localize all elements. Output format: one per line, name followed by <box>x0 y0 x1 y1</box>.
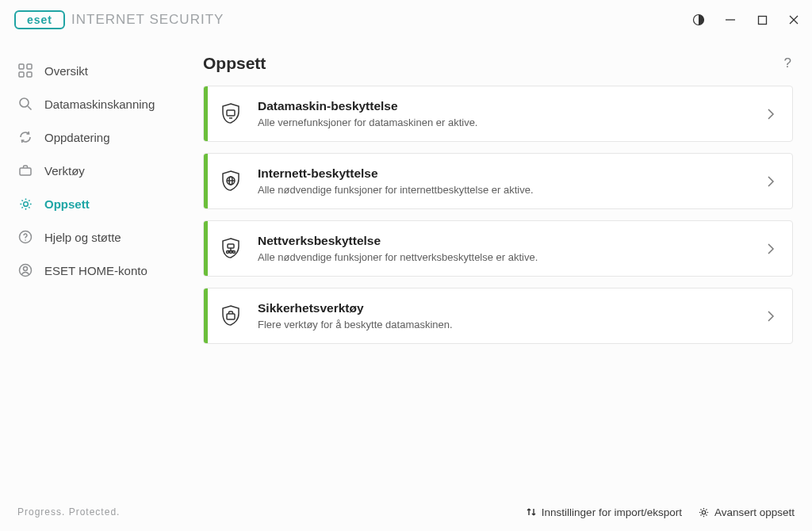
card-title: Datamaskin-beskyttelse <box>258 99 756 113</box>
svg-point-9 <box>20 98 29 107</box>
svg-rect-22 <box>228 244 234 248</box>
svg-rect-7 <box>19 72 24 77</box>
sidebar-item-label: ESET HOME-konto <box>44 264 147 277</box>
footer-tagline: Progress. Protected. <box>17 506 120 518</box>
minimize-button[interactable] <box>723 13 737 27</box>
user-icon <box>17 262 33 278</box>
svg-rect-11 <box>20 168 31 175</box>
sidebar-item-label: Oppsett <box>44 197 90 211</box>
sidebar-item-setup[interactable]: Oppsett <box>0 187 198 220</box>
import-export-label: Innstillinger for import/eksport <box>542 506 682 518</box>
chevron-right-icon <box>756 309 776 323</box>
card-subtitle: Alle nødvendige funksjoner for nettverks… <box>258 251 756 263</box>
import-export-link[interactable]: Innstillinger for import/eksport <box>526 506 682 518</box>
card-network-protection[interactable]: Nettverksbeskyttelse Alle nødvendige fun… <box>203 220 793 277</box>
main-content: Oppsett ? Datamaskin-beskyttelse Alle ve… <box>198 40 812 493</box>
card-subtitle: Alle vernefunksjoner for datamaskinen er… <box>258 117 756 128</box>
help-icon <box>17 229 33 245</box>
svg-rect-28 <box>227 314 235 319</box>
help-button[interactable]: ? <box>784 55 793 71</box>
sidebar-item-label: Oversikt <box>44 64 88 78</box>
chevron-right-icon <box>756 174 776 189</box>
shield-tools-icon <box>204 304 258 329</box>
shield-globe-icon <box>204 169 258 194</box>
card-body: Nettverksbeskyttelse Alle nødvendige fun… <box>258 234 756 263</box>
brand: eset INTERNET SECURITY <box>14 10 224 29</box>
sidebar-item-label: Datamaskinskanning <box>44 97 155 111</box>
app-window: eset INTERNET SECURITY <box>0 0 812 531</box>
card-title: Nettverksbeskyttelse <box>258 234 756 248</box>
svg-rect-8 <box>27 72 32 77</box>
shield-network-icon <box>204 236 258 262</box>
svg-rect-6 <box>27 64 32 69</box>
card-subtitle: Alle nødvendige funksjoner for internett… <box>258 184 756 196</box>
card-computer-protection[interactable]: Datamaskin-beskyttelse Alle vernefunksjo… <box>203 86 793 142</box>
sidebar-item-help[interactable]: Hjelp og støtte <box>0 220 198 254</box>
advanced-setup-link[interactable]: Avansert oppsett <box>698 506 795 518</box>
close-button[interactable] <box>787 13 801 27</box>
maximize-button[interactable] <box>755 13 769 27</box>
svg-rect-17 <box>227 110 235 116</box>
product-name: INTERNET SECURITY <box>71 12 224 28</box>
window-controls <box>691 13 801 27</box>
footer: Progress. Protected. Innstillinger for i… <box>0 493 812 531</box>
setup-cards: Datamaskin-beskyttelse Alle vernefunksjo… <box>203 86 793 344</box>
sidebar-item-label: Oppdatering <box>44 131 110 144</box>
sidebar-item-overview[interactable]: Oversikt <box>0 54 198 87</box>
gear-icon <box>698 506 710 518</box>
card-body: Sikkerhetsverktøy Flere verktøy for å be… <box>258 301 756 330</box>
card-title: Internett-beskyttelse <box>258 166 756 181</box>
svg-rect-2 <box>758 16 766 24</box>
transfer-icon <box>526 506 537 518</box>
svg-rect-5 <box>19 64 24 69</box>
briefcase-icon <box>17 162 33 178</box>
main-header: Oppsett ? <box>203 54 793 86</box>
card-body: Datamaskin-beskyttelse Alle vernefunksjo… <box>258 99 756 128</box>
sidebar-item-scan[interactable]: Datamaskinskanning <box>0 87 198 120</box>
card-security-tools[interactable]: Sikkerhetsverktøy Flere verktøy for å be… <box>203 288 793 344</box>
contrast-toggle-icon[interactable] <box>691 13 706 27</box>
sidebar-item-account[interactable]: ESET HOME-konto <box>0 254 198 287</box>
dashboard-icon <box>17 63 33 78</box>
sidebar-item-label: Verktøy <box>44 164 85 178</box>
gear-icon <box>17 196 33 212</box>
card-body: Internett-beskyttelse Alle nødvendige fu… <box>258 166 756 196</box>
svg-point-14 <box>25 239 26 241</box>
advanced-setup-label: Avansert oppsett <box>714 506 795 518</box>
chevron-right-icon <box>756 107 776 121</box>
brand-logo: eset <box>14 10 65 29</box>
sidebar-item-label: Hjelp og støtte <box>44 231 121 244</box>
sidebar-item-update[interactable]: Oppdatering <box>0 120 198 154</box>
page-title: Oppsett <box>203 54 266 73</box>
titlebar: eset INTERNET SECURITY <box>0 0 812 40</box>
svg-point-29 <box>702 510 706 514</box>
chevron-right-icon <box>756 242 776 256</box>
sidebar-item-tools[interactable]: Verktøy <box>0 154 198 187</box>
sidebar: Oversikt Datamaskinskanning Oppdatering … <box>0 40 198 493</box>
refresh-icon <box>17 129 33 145</box>
shield-monitor-icon <box>204 101 258 127</box>
svg-line-10 <box>28 106 32 110</box>
card-subtitle: Flere verktøy for å beskytte datamaskine… <box>258 319 756 330</box>
card-internet-protection[interactable]: Internett-beskyttelse Alle nødvendige fu… <box>203 153 793 209</box>
svg-point-16 <box>24 267 28 271</box>
svg-point-12 <box>23 201 28 206</box>
search-icon <box>17 96 33 112</box>
body: Oversikt Datamaskinskanning Oppdatering … <box>0 40 812 493</box>
card-title: Sikkerhetsverktøy <box>258 301 756 315</box>
